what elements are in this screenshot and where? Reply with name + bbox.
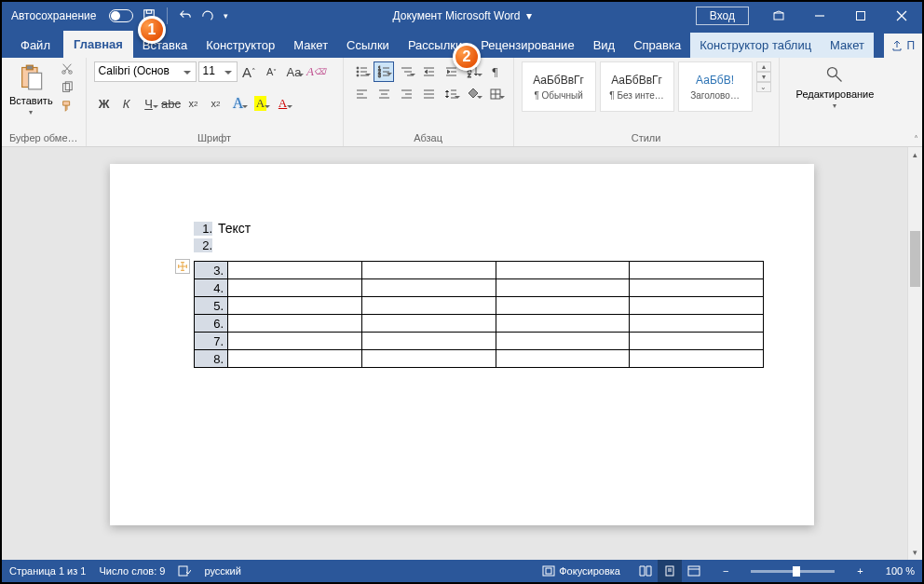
superscript-button[interactable]: x2 [206, 93, 226, 114]
title-dropdown-icon[interactable]: ▾ [526, 9, 532, 22]
print-layout-icon[interactable] [658, 560, 682, 582]
table-row: 6. [195, 315, 764, 333]
group-clipboard: Вставить ▾ Буфер обме… [2, 58, 87, 146]
numbered-list: 1.Текст 2. [194, 220, 730, 253]
paste-dropdown-icon[interactable]: ▾ [29, 108, 33, 116]
font-color-button[interactable]: A [273, 93, 293, 114]
tab-design[interactable]: Конструктор [197, 33, 284, 58]
tab-table-layout[interactable]: Макет [821, 33, 874, 58]
align-center-button[interactable] [374, 84, 394, 104]
share-button[interactable]: П [884, 34, 922, 58]
tab-layout[interactable]: Макет [284, 33, 337, 58]
page-indicator[interactable]: Страница 1 из 1 [9, 565, 86, 577]
change-case-button[interactable]: Aa [284, 61, 305, 82]
group-paragraph: 123 AZ ¶ Абзац [344, 58, 514, 146]
style-normal[interactable]: АаБбВвГг¶ Обычный [522, 61, 596, 112]
collapse-ribbon-icon[interactable]: ˄ [914, 134, 918, 144]
scroll-down-icon[interactable]: ▾ [908, 545, 922, 560]
read-mode-icon[interactable] [633, 560, 658, 582]
bold-button[interactable]: Ж [94, 93, 115, 114]
decrease-indent-button[interactable] [418, 61, 439, 82]
minimize-icon[interactable] [799, 2, 840, 30]
highlight-button[interactable]: A [251, 93, 271, 114]
bullets-button[interactable] [351, 61, 372, 82]
style-heading1[interactable]: АаБбВ!Заголово… [678, 61, 753, 112]
ribbon-display-icon[interactable] [758, 2, 799, 30]
svg-rect-63 [688, 566, 700, 576]
show-marks-button[interactable]: ¶ [485, 61, 506, 82]
svg-rect-9 [29, 73, 42, 89]
login-button[interactable]: Вход [696, 7, 749, 25]
annotation-1: 1 [138, 16, 166, 44]
svg-text:3: 3 [378, 73, 381, 78]
line-spacing-button[interactable] [441, 84, 461, 104]
clear-formatting-icon[interactable]: A⌫ [306, 61, 327, 82]
vertical-scrollbar[interactable]: ▴ ▾ [907, 147, 922, 560]
numbering-button[interactable]: 123 [374, 61, 394, 82]
shading-button[interactable] [463, 84, 483, 104]
style-no-spacing[interactable]: АаБбВвГг¶ Без инте… [600, 61, 674, 112]
word-count[interactable]: Число слов: 9 [99, 565, 165, 577]
svg-point-55 [828, 68, 837, 77]
tab-home[interactable]: Главная [63, 31, 133, 58]
page[interactable]: 1.Текст 2. 3. 4. 5. 6. 7. 8. [110, 164, 814, 525]
qat-more-icon[interactable]: ▾ [224, 11, 228, 20]
paragraph-group-label: Абзац [351, 132, 506, 144]
scroll-up-icon[interactable]: ▴ [908, 147, 922, 162]
paste-icon[interactable] [17, 61, 45, 93]
language-indicator[interactable]: русский [204, 565, 240, 577]
align-right-button[interactable] [396, 84, 416, 104]
zoom-in-button[interactable]: + [853, 565, 866, 577]
justify-button[interactable] [418, 84, 439, 104]
table-move-handle[interactable] [175, 259, 190, 274]
table-row: 5. [195, 297, 764, 315]
zoom-level[interactable]: 100 % [886, 565, 915, 577]
editing-dropdown-icon[interactable]: ▾ [833, 102, 836, 110]
tab-references[interactable]: Ссылки [337, 33, 399, 58]
spellcheck-icon[interactable] [178, 564, 191, 577]
strikethrough-button[interactable]: abc [161, 93, 182, 114]
font-name-combo[interactable]: Calibri (Основ [94, 61, 197, 82]
cut-icon[interactable] [59, 61, 75, 76]
shrink-font-button[interactable]: A˅ [262, 61, 282, 82]
document-table[interactable]: 3. 4. 5. 6. 7. 8. [194, 261, 764, 368]
svg-point-16 [357, 71, 359, 73]
zoom-out-button[interactable]: − [719, 565, 732, 577]
find-icon[interactable] [825, 65, 844, 87]
focus-mode-button[interactable]: Фокусировка [542, 564, 620, 577]
subscript-button[interactable]: x2 [183, 93, 204, 114]
multilevel-list-button[interactable] [396, 61, 416, 82]
tab-file[interactable]: Файл [7, 33, 63, 58]
borders-button[interactable] [485, 84, 506, 104]
tab-help[interactable]: Справка [624, 33, 690, 58]
table-row: 3. [195, 262, 764, 279]
tab-review[interactable]: Рецензирование [471, 33, 583, 58]
font-size-combo[interactable]: 11 [198, 61, 238, 82]
paste-label[interactable]: Вставить [9, 95, 53, 106]
format-painter-icon[interactable] [59, 99, 75, 114]
copy-icon[interactable] [59, 80, 75, 95]
scroll-thumb[interactable] [910, 231, 920, 287]
styles-gallery-scroll[interactable]: ▴▾⌄ [756, 61, 771, 92]
document-area: 1.Текст 2. 3. 4. 5. 6. 7. 8. ▴ ▾ [2, 147, 922, 560]
undo-icon[interactable] [179, 8, 192, 24]
close-icon[interactable] [881, 2, 922, 30]
web-layout-icon[interactable] [682, 560, 706, 582]
svg-rect-59 [546, 568, 551, 574]
align-left-button[interactable] [351, 84, 372, 104]
underline-button[interactable]: Ч [139, 93, 159, 114]
tab-table-design[interactable]: Конструктор таблиц [690, 33, 821, 58]
list-text[interactable]: Текст [218, 221, 251, 236]
zoom-slider[interactable] [751, 570, 835, 573]
table-row: 8. [195, 350, 764, 368]
grow-font-button[interactable]: A˄ [239, 61, 260, 82]
redo-icon[interactable] [201, 8, 214, 24]
italic-button[interactable]: К [116, 93, 137, 114]
table-row: 7. [195, 333, 764, 350]
autosave-toggle[interactable] [109, 9, 133, 22]
maximize-icon[interactable] [840, 2, 881, 30]
editing-label[interactable]: Редактирование [796, 88, 875, 100]
svg-rect-8 [27, 65, 34, 70]
text-effects-button[interactable]: A [228, 93, 249, 114]
tab-view[interactable]: Вид [584, 33, 625, 58]
